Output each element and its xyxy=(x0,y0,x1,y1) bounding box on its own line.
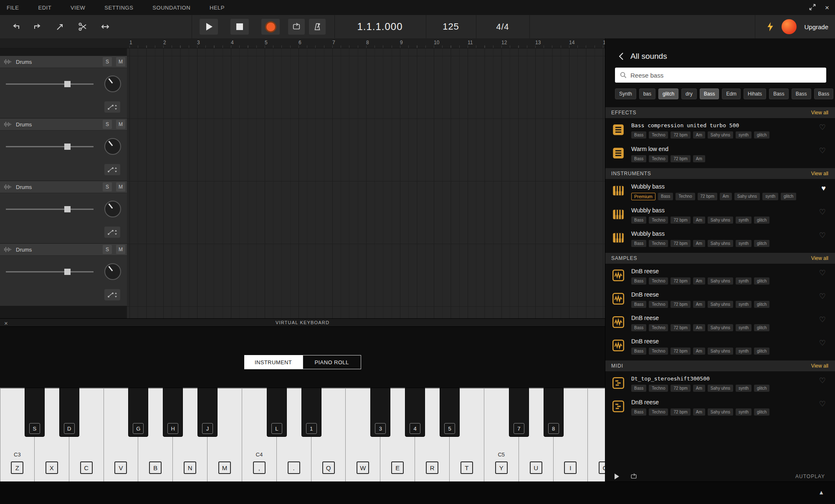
filter-chip[interactable]: Bass xyxy=(792,88,811,99)
volume-slider[interactable] xyxy=(6,81,94,87)
black-key[interactable]: S xyxy=(25,388,45,437)
loop-button[interactable] xyxy=(288,19,305,35)
undo-icon[interactable] xyxy=(7,18,25,36)
black-key[interactable]: J xyxy=(197,388,218,437)
library-item[interactable]: Dt_top_steroeshift300500BassTechno72 bpm… xyxy=(605,371,835,395)
slider-thumb[interactable] xyxy=(64,206,71,212)
solo-button[interactable]: S xyxy=(103,57,112,66)
menu-soundation[interactable]: SOUNDATION xyxy=(152,5,190,11)
avatar[interactable] xyxy=(782,19,797,34)
filter-chip[interactable]: Bass xyxy=(814,88,834,99)
pan-knob[interactable] xyxy=(104,76,121,92)
library-item[interactable]: Wubbly bassPremiumBassTechno72 bpmAmSahy… xyxy=(605,179,835,203)
black-key[interactable]: G xyxy=(128,388,148,437)
slider-thumb[interactable] xyxy=(64,144,71,150)
volume-slider[interactable] xyxy=(6,206,94,212)
black-key[interactable]: 4 xyxy=(405,388,425,437)
slider-thumb[interactable] xyxy=(64,269,71,275)
favorite-icon[interactable]: ♡ xyxy=(819,316,826,323)
black-key[interactable]: 7 xyxy=(509,388,529,437)
stretch-icon[interactable] xyxy=(96,18,114,36)
library-item[interactable]: DnB reeseBassTechno72 bpmAmSahy uhnssynt… xyxy=(605,264,835,287)
favorite-icon[interactable]: ♡ xyxy=(819,339,826,347)
automation-button[interactable] xyxy=(104,289,120,300)
solo-button[interactable]: S xyxy=(103,120,112,129)
preview-loop-icon[interactable] xyxy=(630,473,638,480)
pan-knob[interactable] xyxy=(104,138,121,155)
menu-help[interactable]: HELP xyxy=(210,5,225,11)
play-button[interactable] xyxy=(200,19,218,35)
library-item[interactable]: Wubbly bassBassTechno72 bpmAmSahy uhnssy… xyxy=(605,226,835,249)
black-key[interactable]: 8 xyxy=(544,388,564,437)
library-item[interactable]: Warm low endBassTechno72 bpmAm♡ xyxy=(605,141,835,165)
automation-button[interactable] xyxy=(104,164,120,175)
filter-chip[interactable]: Bass xyxy=(700,88,719,99)
draw-tool-icon[interactable] xyxy=(51,18,69,36)
volume-slider[interactable] xyxy=(6,269,94,275)
filter-chip[interactable]: Hihats xyxy=(744,88,766,99)
favorite-icon[interactable]: ♡ xyxy=(819,292,826,300)
view-all-link[interactable]: View all xyxy=(811,110,828,116)
library-item[interactable]: Wubbly bassBassTechno72 bpmAmSahy uhnssy… xyxy=(605,203,835,226)
black-key[interactable]: L xyxy=(267,388,287,437)
black-key[interactable]: 1 xyxy=(301,388,321,437)
metronome-button[interactable] xyxy=(309,19,326,35)
favorite-icon[interactable]: ♡ xyxy=(819,400,826,408)
menu-view[interactable]: VIEW xyxy=(71,5,85,11)
view-all-link[interactable]: View all xyxy=(811,255,828,261)
favorite-icon[interactable]: ♡ xyxy=(819,269,826,277)
black-key[interactable]: D xyxy=(59,388,79,437)
favorite-icon[interactable]: ♡ xyxy=(819,147,826,154)
preview-play-icon[interactable] xyxy=(615,474,619,479)
arrangement-grid[interactable] xyxy=(127,48,605,318)
favorite-icon[interactable]: ♥ xyxy=(821,184,826,192)
mute-button[interactable]: M xyxy=(116,57,125,66)
search-input[interactable] xyxy=(630,72,821,79)
filter-chip[interactable]: Edm xyxy=(722,88,741,99)
filter-chip[interactable]: Bass xyxy=(769,88,789,99)
filter-chip[interactable]: glitch xyxy=(658,88,678,99)
view-all-link[interactable]: View all xyxy=(811,171,828,176)
record-button[interactable] xyxy=(261,19,280,35)
tab-piano-roll[interactable]: PIANO ROLL xyxy=(303,355,361,369)
mute-button[interactable]: M xyxy=(116,245,125,254)
menu-settings[interactable]: SETTINGS xyxy=(104,5,133,11)
time-signature-display[interactable]: 4/4 xyxy=(476,15,529,38)
tempo-display[interactable]: 125 xyxy=(426,15,476,38)
view-all-link[interactable]: View all xyxy=(811,363,828,369)
mute-button[interactable]: M xyxy=(116,120,125,129)
black-key[interactable]: 5 xyxy=(440,388,460,437)
expand-panel-icon[interactable]: ▲ xyxy=(818,489,824,496)
library-item[interactable]: DnB reeseBassTechno72 bpmAmSahy uhnssynt… xyxy=(605,395,835,418)
close-icon[interactable]: × xyxy=(825,4,829,11)
library-item[interactable]: DnB reeseBassTechno72 bpmAmSahy uhnssynt… xyxy=(605,310,835,334)
filter-chip[interactable]: dry xyxy=(681,88,697,99)
automation-button[interactable] xyxy=(104,227,120,238)
close-keyboard-icon[interactable]: × xyxy=(4,319,8,327)
redo-icon[interactable] xyxy=(28,18,47,36)
volume-slider[interactable] xyxy=(6,144,94,150)
favorite-icon[interactable]: ♡ xyxy=(819,377,826,384)
slider-thumb[interactable] xyxy=(64,81,71,87)
favorite-icon[interactable]: ♡ xyxy=(819,123,826,131)
solo-button[interactable]: S xyxy=(103,245,112,254)
black-key[interactable]: 3 xyxy=(370,388,390,437)
menu-edit[interactable]: EDIT xyxy=(38,5,51,11)
stop-button[interactable] xyxy=(230,19,249,35)
solo-button[interactable]: S xyxy=(103,182,112,192)
favorite-icon[interactable]: ♡ xyxy=(819,208,826,216)
favorite-icon[interactable]: ♡ xyxy=(819,232,826,239)
pan-knob[interactable] xyxy=(104,201,121,217)
playhead-position[interactable]: 1.1.1.000 xyxy=(347,15,413,38)
menu-file[interactable]: FILE xyxy=(7,5,19,11)
library-item[interactable]: DnB reeseBassTechno72 bpmAmSahy uhnssynt… xyxy=(605,334,835,357)
automation-button[interactable] xyxy=(104,101,120,113)
white-key[interactable]: O xyxy=(588,388,605,481)
boost-lightning-icon[interactable] xyxy=(767,22,774,32)
search-box[interactable] xyxy=(615,68,826,83)
tab-instrument[interactable]: INSTRUMENT xyxy=(244,355,303,369)
black-key[interactable]: H xyxy=(163,388,183,437)
pan-knob[interactable] xyxy=(104,263,121,280)
back-icon[interactable] xyxy=(619,52,624,60)
filter-chip[interactable]: bas xyxy=(639,88,655,99)
